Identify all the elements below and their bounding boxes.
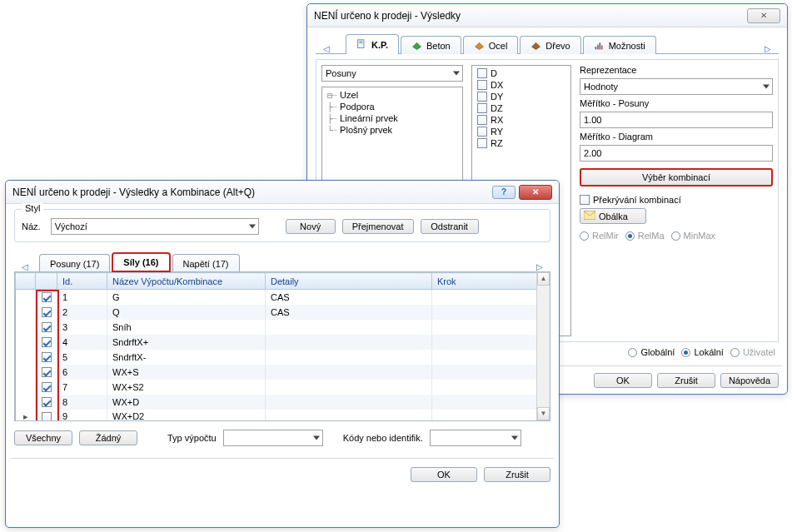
scroll-up-button[interactable]: ▲ <box>537 272 550 286</box>
tab-scroll-left[interactable]: ◁ <box>19 262 31 271</box>
row-checkbox[interactable] <box>36 395 57 410</box>
scale-diagram-input[interactable]: 2.00 <box>580 145 773 162</box>
envelope-icon <box>584 211 595 221</box>
style-name-combo[interactable]: Výchozí <box>51 218 259 235</box>
row-step <box>432 335 550 350</box>
style-group-legend: Styl <box>22 203 43 213</box>
select-all-button[interactable]: Všechny <box>14 430 72 445</box>
tab-drevo[interactable]: Dřevo <box>520 36 580 54</box>
tab-sily[interactable]: Síly (16) <box>112 252 170 272</box>
row-name: WX+S2 <box>107 380 266 395</box>
row-checkbox[interactable] <box>36 365 57 380</box>
cancel-button[interactable]: Zrušit <box>484 467 550 482</box>
row-checkbox[interactable] <box>36 380 57 395</box>
scale-diagram-label: Měřítko - Diagram <box>580 132 773 142</box>
new-style-button[interactable]: Nový <box>286 219 336 234</box>
col-details[interactable]: Detaily <box>266 273 432 290</box>
representation-combo[interactable]: Hodnoty <box>580 78 773 95</box>
row-checkbox[interactable] <box>36 305 57 320</box>
checkbox-icon <box>477 68 487 78</box>
table-row[interactable]: 8WX+D <box>16 395 550 410</box>
row-details <box>266 395 432 410</box>
col-name[interactable]: Název Výpočtu/Kombinace <box>107 273 266 290</box>
row-checkbox[interactable] <box>36 320 57 335</box>
table-row[interactable]: 3Sníh <box>16 320 550 335</box>
table-row[interactable]: 5 SndrftX- <box>16 350 550 365</box>
row-checkbox[interactable] <box>36 335 57 350</box>
row-checkbox[interactable] <box>36 350 57 365</box>
table-row[interactable]: 6WX+S <box>16 365 550 380</box>
row-step <box>432 320 550 335</box>
select-none-button[interactable]: Žádný <box>79 430 137 445</box>
row-name: Q <box>107 305 266 320</box>
row-id: 7 <box>57 380 107 395</box>
codes-combo[interactable] <box>430 430 521 446</box>
result-type-combo[interactable]: Posuny <box>321 65 463 82</box>
tab-posuny[interactable]: Posuny (17) <box>39 254 110 272</box>
row-details <box>266 365 432 380</box>
combinations-grid[interactable]: Id. Název Výpočtu/Kombinace Detaily Krok… <box>14 271 550 421</box>
col-id[interactable]: Id. <box>57 273 107 290</box>
combinations-window: NENÍ určeno k prodeji - Výsledky a Kombi… <box>5 180 560 528</box>
global-axes-radio[interactable]: Globální <box>628 347 675 357</box>
col-checkbox[interactable] <box>36 273 57 290</box>
results-tabstrip: ◁ K.P. Beton Ocel <box>316 32 779 54</box>
grid-scrollbar[interactable]: ▲ ▼ <box>536 272 550 420</box>
row-checkbox[interactable] <box>36 290 57 305</box>
ok-button[interactable]: OK <box>411 467 477 482</box>
delete-style-button[interactable]: Odstranit <box>421 219 479 234</box>
dof-item[interactable]: RY <box>476 126 567 137</box>
tab-moznosti[interactable]: Možnosti <box>583 36 656 54</box>
cancel-button[interactable]: Zrušit <box>657 373 715 388</box>
col-step[interactable]: Krok <box>432 273 550 290</box>
help-button[interactable]: Nápověda <box>720 373 779 388</box>
select-combinations-button[interactable]: Výběr kombinací <box>580 168 773 186</box>
steel-icon <box>474 40 485 51</box>
dof-item[interactable]: RX <box>476 114 567 126</box>
tab-napeti[interactable]: Napětí (17) <box>172 254 240 272</box>
help-button[interactable]: ? <box>492 186 516 199</box>
row-details: CAS <box>266 305 432 320</box>
tab-scroll-right[interactable]: ▷ <box>534 262 545 271</box>
dof-item[interactable]: DX <box>476 79 567 91</box>
ok-button[interactable]: OK <box>594 373 652 388</box>
scroll-down-button[interactable]: ▼ <box>537 407 550 420</box>
svg-marker-5 <box>532 42 540 49</box>
rename-style-button[interactable]: Přejmenovat <box>342 219 414 234</box>
combination-tabstrip: ◁ Posuny (17) Síly (16) Napětí (17) ▷ <box>14 251 550 272</box>
close-button[interactable]: ✕ <box>519 185 552 200</box>
dof-item[interactable]: D <box>476 67 567 79</box>
row-details <box>266 350 432 365</box>
relma-radio: RelMa <box>625 231 665 241</box>
table-row[interactable]: 2QCAS <box>16 305 550 320</box>
scale-displacements-input[interactable]: 1.00 <box>580 112 773 128</box>
row-marker <box>16 350 36 365</box>
dof-item[interactable]: DY <box>476 91 567 102</box>
overlap-combinations-checkbox[interactable]: Překrývání kombinací <box>580 195 773 205</box>
tab-beton[interactable]: Beton <box>401 36 461 54</box>
calc-type-combo[interactable] <box>223 430 323 446</box>
checkbox-icon <box>477 138 487 148</box>
row-name: G <box>107 290 266 305</box>
tab-ocel[interactable]: Ocel <box>463 36 519 54</box>
table-row[interactable]: 7WX+S2 <box>16 380 550 395</box>
tab-scroll-right[interactable]: ▷ <box>762 44 774 53</box>
row-id: 5 <box>57 350 107 365</box>
table-row[interactable]: 1GCAS <box>16 290 550 305</box>
table-row[interactable]: 4SndrftX+ <box>16 335 550 350</box>
row-checkbox[interactable] <box>36 410 57 422</box>
checkbox-icon <box>42 352 52 362</box>
envelope-button[interactable]: Obálka <box>580 208 646 224</box>
tab-kp[interactable]: K.P. <box>346 34 399 54</box>
close-button[interactable]: ✕ <box>747 8 780 23</box>
dof-item[interactable]: DZ <box>476 102 567 114</box>
results-titlebar: NENÍ určeno k prodeji - Výsledky ✕ <box>307 4 787 27</box>
tab-scroll-left[interactable]: ◁ <box>321 44 332 53</box>
svg-rect-2 <box>359 42 362 43</box>
checkbox-icon <box>477 103 487 113</box>
dof-item[interactable]: RZ <box>476 137 567 149</box>
table-row[interactable]: ▸9WX+D2 <box>16 410 550 422</box>
checkbox-icon <box>477 127 487 137</box>
row-step <box>432 410 550 422</box>
local-axes-radio[interactable]: Lokální <box>681 347 723 357</box>
